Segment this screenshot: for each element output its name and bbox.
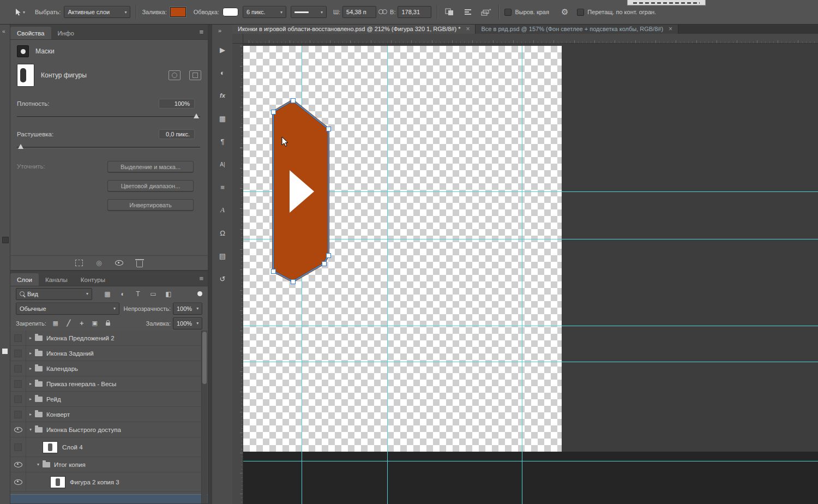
layer-row[interactable]: Слой 4: [10, 437, 208, 457]
add-pixel-mask-button[interactable]: [169, 70, 181, 80]
slider-knob[interactable]: [18, 144, 23, 149]
clone-source-icon[interactable]: ◐: [215, 65, 230, 80]
collapsed-panel-icon[interactable]: [2, 237, 9, 243]
expand-arrow-icon[interactable]: ▸: [26, 397, 35, 401]
anchor-handle[interactable]: [326, 127, 331, 131]
filter-shape-layers-icon[interactable]: ▭: [148, 290, 159, 298]
tab-paths[interactable]: Контуры: [74, 273, 112, 286]
lock-all-icon[interactable]: [104, 320, 112, 327]
character-styles-icon[interactable]: A: [215, 203, 230, 217]
expand-arrow-icon[interactable]: ▸: [26, 366, 35, 371]
vertical-ruler[interactable]: [232, 44, 243, 504]
history-icon[interactable]: ↺: [215, 272, 230, 286]
close-icon[interactable]: ×: [669, 26, 672, 32]
eye-icon[interactable]: [115, 260, 123, 266]
tab-channels[interactable]: Каналы: [39, 273, 74, 286]
lock-position-icon[interactable]: +: [78, 319, 86, 327]
expand-arrow-icon[interactable]: ▸: [26, 381, 35, 386]
document-tab[interactable]: Все в ряд.psd @ 157% (Фон светлее + подс…: [476, 24, 678, 34]
layer-row[interactable]: ▸Иконка Предложений 2: [10, 331, 208, 346]
layer-row[interactable]: ▸Приказ генерала - Весы: [10, 376, 208, 392]
layer-row[interactable]: ▸Календарь: [10, 361, 208, 376]
visibility-toggle[interactable]: [10, 346, 26, 361]
add-vector-mask-button[interactable]: [189, 70, 201, 80]
collapsed-panel-icon[interactable]: [2, 349, 8, 354]
load-selection-icon[interactable]: [75, 260, 83, 266]
expand-arrow-icon[interactable]: ▾: [26, 427, 35, 432]
scrollbar-thumb[interactable]: [202, 332, 207, 384]
paragraph-styles-icon[interactable]: ≡: [215, 180, 230, 194]
styles-icon[interactable]: fx: [215, 88, 230, 103]
trash-icon[interactable]: [136, 261, 143, 267]
lock-pixels-icon[interactable]: ╱: [65, 320, 73, 327]
fill-color-swatch[interactable]: [170, 7, 186, 17]
visibility-toggle[interactable]: [10, 376, 26, 391]
selected-layer-partial-row[interactable]: [10, 494, 208, 503]
layer-thumbnail[interactable]: [43, 441, 58, 453]
link-dimensions-icon[interactable]: [378, 9, 388, 15]
expand-arrow-icon[interactable]: ▾: [34, 462, 43, 467]
shape-layer[interactable]: [243, 46, 562, 452]
layer-row[interactable]: ▾Итог копия: [10, 457, 208, 472]
anchor-handle[interactable]: [326, 253, 331, 258]
apply-mask-icon[interactable]: ◎: [96, 259, 101, 267]
visibility-toggle[interactable]: [10, 361, 26, 376]
stroke-width-dropdown[interactable]: 6 пикс.▾: [243, 6, 286, 18]
drag-constrain-checkbox[interactable]: Перетащ. по конт. огран.: [577, 9, 656, 16]
expand-panels-icon[interactable]: »: [218, 27, 221, 34]
tab-info[interactable]: Инфо: [51, 27, 81, 39]
filter-adjustment-layers-icon[interactable]: ◐: [117, 290, 128, 298]
timeline-icon[interactable]: ▦: [215, 111, 230, 125]
combine-shapes-button[interactable]: [443, 7, 456, 17]
density-slider[interactable]: [17, 113, 200, 121]
layer-row[interactable]: Фигура 2 копия 3: [10, 472, 208, 492]
stroke-style-dropdown[interactable]: ▾: [291, 6, 327, 18]
guide[interactable]: [243, 461, 818, 461]
shape-height-input[interactable]: 178,31: [398, 6, 431, 18]
layers-scrollbar[interactable]: [201, 331, 207, 503]
glyphs-icon[interactable]: Ω: [215, 226, 230, 240]
visibility-toggle[interactable]: [10, 331, 26, 345]
character-icon[interactable]: A|: [215, 157, 230, 171]
mask-thumbnail[interactable]: [17, 64, 34, 87]
panel-menu-icon[interactable]: ≡: [199, 28, 203, 36]
layer-row[interactable]: ▸Иконка Заданий: [10, 346, 208, 361]
feather-slider[interactable]: [17, 143, 200, 151]
invert-button[interactable]: Инвертировать: [107, 199, 194, 211]
close-icon[interactable]: ×: [466, 26, 470, 32]
stroke-color-swatch[interactable]: [222, 8, 238, 16]
arrange-button[interactable]: *: [480, 7, 493, 17]
visibility-toggle[interactable]: [10, 407, 26, 422]
filter-smart-objects-icon[interactable]: ◧: [163, 290, 174, 298]
anchor-handle[interactable]: [291, 98, 296, 103]
blend-mode-dropdown[interactable]: Обычные▾: [16, 303, 119, 315]
lock-transparency-icon[interactable]: ▦: [52, 320, 59, 327]
path-selection-tool-button[interactable]: ▾: [12, 7, 27, 17]
opacity-dropdown[interactable]: 100%▾: [173, 303, 202, 315]
visibility-toggle[interactable]: [10, 457, 26, 472]
paragraph-icon[interactable]: ¶: [215, 134, 230, 148]
align-edges-checkbox[interactable]: Выров. края: [504, 9, 549, 16]
layer-row[interactable]: ▸Конверт: [10, 407, 208, 422]
tab-properties[interactable]: Свойства: [10, 27, 51, 39]
panel-menu-icon[interactable]: ≡: [199, 274, 203, 283]
layer-filter-dropdown[interactable]: Вид ▾: [16, 288, 92, 300]
notes-icon[interactable]: ▤: [215, 249, 230, 263]
actions-icon[interactable]: ▶: [215, 43, 230, 57]
shape-width-input[interactable]: 54,38 п: [342, 6, 376, 18]
expand-arrow-icon[interactable]: ▸: [26, 351, 35, 356]
expand-arrow-icon[interactable]: ▸: [26, 412, 35, 417]
filter-toggle-icon[interactable]: [197, 291, 202, 296]
tab-layers[interactable]: Слои: [10, 273, 39, 286]
fill-dropdown[interactable]: 100%▾: [173, 317, 202, 329]
anchor-handle[interactable]: [271, 269, 276, 274]
document-tab[interactable]: Иконки в игровой области-восстановлено.p…: [232, 24, 476, 34]
collapse-panels-icon[interactable]: «: [2, 28, 5, 34]
visibility-toggle[interactable]: [10, 422, 26, 437]
horizontal-ruler[interactable]: [243, 34, 818, 44]
gear-icon[interactable]: ⚙: [561, 7, 568, 17]
visibility-toggle[interactable]: [10, 392, 26, 406]
visibility-toggle[interactable]: [10, 472, 26, 491]
density-value[interactable]: 100%: [159, 99, 195, 109]
ruler-origin-corner[interactable]: [232, 34, 243, 44]
